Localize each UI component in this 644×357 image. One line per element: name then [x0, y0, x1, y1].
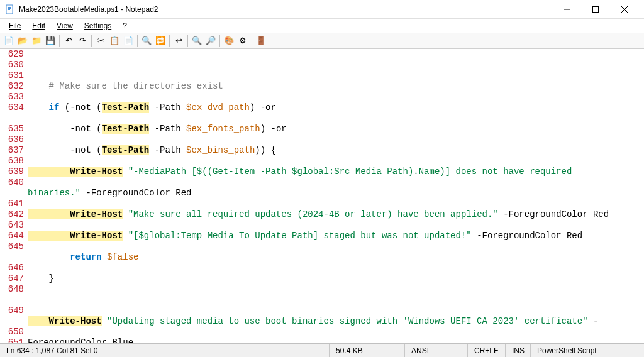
code-line: Write-Host "[$global:Temp_Media_To_Updat…	[28, 231, 644, 241]
code-line: }	[28, 273, 644, 284]
code-line: # Make sure the directories exist	[28, 81, 644, 92]
line-number: 630	[0, 60, 24, 70]
svg-rect-3	[8, 9, 10, 10]
toolbar-sep	[169, 35, 170, 47]
line-number	[0, 188, 24, 199]
menubar: File Edit View Settings ?	[0, 19, 644, 33]
open-icon[interactable]: 📂	[16, 35, 29, 47]
status-encoding[interactable]: ANSI	[405, 344, 468, 357]
svg-rect-5	[593, 6, 599, 12]
line-number: 641	[0, 199, 24, 209]
line-number: 645	[0, 241, 24, 252]
maximize-button[interactable]	[581, 0, 610, 19]
toolbar: 📄 📂 📁 💾 ↶ ↷ ✂ 📋 📄 🔍 🔁 ↩ 🔍 🔎 🎨 ⚙ 🚪	[0, 33, 644, 49]
status-language[interactable]: PowerShell Script	[531, 344, 644, 357]
line-number: 646	[0, 263, 24, 273]
svg-rect-1	[8, 7, 11, 8]
exit-icon[interactable]: 🚪	[255, 35, 267, 47]
code-area[interactable]: # Make sure the directories exist if (-n…	[28, 49, 644, 343]
paste-icon[interactable]: 📄	[122, 35, 135, 47]
line-number: 647	[0, 273, 24, 284]
line-number: 643	[0, 220, 24, 231]
line-number: 651	[0, 338, 24, 343]
line-number: 650	[0, 327, 24, 338]
line-number: 640	[0, 177, 24, 188]
menu-settings[interactable]: Settings	[79, 20, 116, 31]
line-number: 637	[0, 145, 24, 156]
status-position[interactable]: Ln 634 : 1,087 Col 81 Sel 0	[0, 344, 330, 357]
zoomout-icon[interactable]: 🔎	[204, 35, 217, 47]
code-line	[28, 295, 644, 305]
browse-icon[interactable]: 📁	[30, 35, 43, 47]
toolbar-sep	[137, 35, 138, 47]
line-number: 634	[0, 102, 24, 113]
line-number: 638	[0, 156, 24, 167]
zoomin-icon[interactable]: 🔍	[191, 35, 203, 47]
save-icon[interactable]: 💾	[44, 35, 57, 47]
code-line: -not (Test-Path -Path $ex_bins_path)) {	[28, 145, 644, 156]
new-icon[interactable]: 📄	[3, 35, 15, 47]
line-number: 639	[0, 167, 24, 177]
menu-edit[interactable]: Edit	[27, 20, 50, 31]
app-icon	[5, 4, 15, 14]
status-eol[interactable]: CR+LF	[468, 344, 506, 357]
custom-icon[interactable]: ⚙	[236, 35, 249, 47]
line-number	[0, 252, 24, 263]
statusbar: Ln 634 : 1,087 Col 81 Sel 0 50.4 KB ANSI…	[0, 343, 644, 357]
line-number: 648	[0, 284, 24, 295]
menu-help[interactable]: ?	[118, 20, 132, 31]
titlebar: Make2023BootableMedia.ps1 - Notepad2	[0, 0, 644, 19]
line-number: 644	[0, 231, 24, 241]
line-number	[0, 316, 24, 327]
code-line: Write-Host "Make sure all required updat…	[28, 209, 644, 220]
line-number: 642	[0, 209, 24, 220]
scheme-icon[interactable]: 🎨	[223, 35, 235, 47]
close-button[interactable]	[610, 0, 639, 19]
menu-view[interactable]: View	[52, 20, 78, 31]
code-line: Write-Host "Updating staged media to use…	[28, 316, 644, 327]
line-number: 633	[0, 92, 24, 102]
status-insert-mode[interactable]: INS	[506, 344, 531, 357]
code-line: return $false	[28, 252, 644, 263]
line-number-gutter: 629630631632633634 635636637638639640 64…	[0, 49, 28, 343]
cut-icon[interactable]: ✂	[94, 35, 107, 47]
find-icon[interactable]: 🔍	[140, 35, 153, 47]
undo-icon[interactable]: ↶	[62, 35, 75, 47]
line-number: 636	[0, 135, 24, 145]
replace-icon[interactable]: 🔁	[154, 35, 167, 47]
redo-icon[interactable]: ↷	[76, 35, 89, 47]
code-line: if (-not (Test-Path -Path $ex_dvd_path) …	[28, 102, 644, 113]
toolbar-sep	[187, 35, 188, 47]
window-buttons	[552, 0, 639, 19]
copy-icon[interactable]: 📋	[108, 35, 121, 47]
status-filesize: 50.4 KB	[330, 344, 405, 357]
toolbar-sep	[252, 35, 252, 47]
line-number	[0, 295, 24, 305]
code-line: Write-Host "-MediaPath [$((Get-Item -Pat…	[28, 167, 644, 177]
line-number: 632	[0, 81, 24, 92]
editor[interactable]: 629630631632633634 635636637638639640 64…	[0, 49, 644, 343]
toolbar-sep	[91, 35, 92, 47]
code-line: -not (Test-Path -Path $ex_fonts_path) -o…	[28, 124, 644, 135]
line-number: 631	[0, 70, 24, 81]
line-number: 649	[0, 305, 24, 316]
menu-file[interactable]: File	[4, 20, 26, 31]
code-line	[28, 60, 644, 70]
toolbar-sep	[219, 35, 220, 47]
window-title: Make2023BootableMedia.ps1 - Notepad2	[19, 5, 552, 14]
line-number: 635	[0, 124, 24, 135]
code-line: ForegroundColor Blue	[28, 338, 644, 343]
svg-rect-2	[8, 8, 11, 9]
minimize-button[interactable]	[552, 0, 581, 19]
code-line: binaries." -ForegroundColor Red	[28, 188, 644, 199]
line-number: 629	[0, 49, 24, 60]
toolbar-sep	[59, 35, 60, 47]
line-number	[0, 113, 24, 124]
wordwrap-icon[interactable]: ↩	[172, 35, 185, 47]
